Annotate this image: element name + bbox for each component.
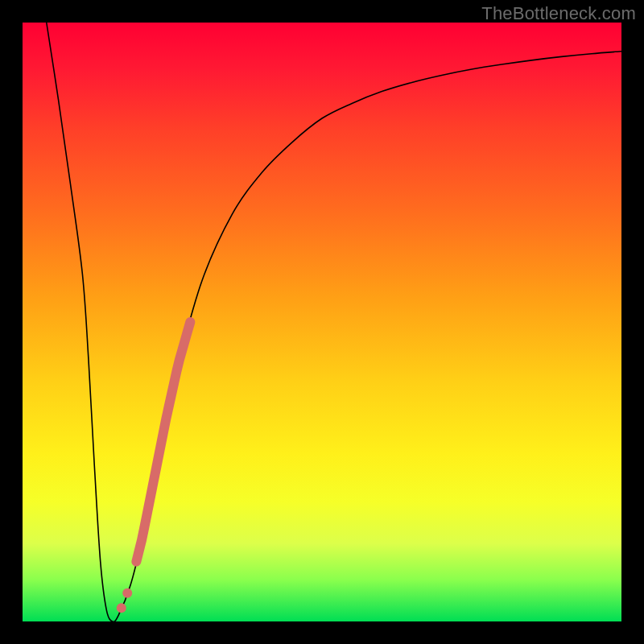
highlight-dots xyxy=(117,588,132,613)
bottleneck-curve-svg xyxy=(23,23,621,621)
highlight-segment xyxy=(136,322,190,562)
chart-frame: TheBottleneck.com xyxy=(0,0,644,644)
highlight-dot xyxy=(122,588,132,598)
attribution-watermark: TheBottleneck.com xyxy=(481,3,636,24)
highlight-dot xyxy=(117,603,126,613)
bottleneck-curve xyxy=(47,23,621,621)
plot-area xyxy=(23,23,621,621)
